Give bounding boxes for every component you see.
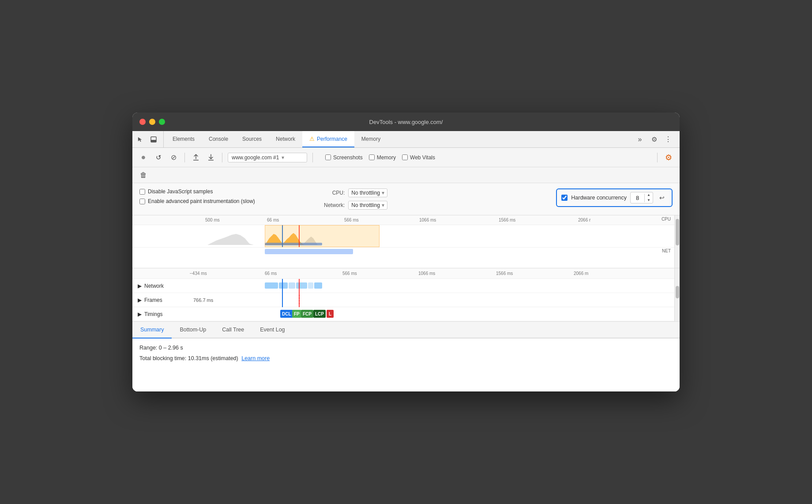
timing-fp: FP [292, 310, 301, 318]
network-row-label[interactable]: ▶ Network [132, 283, 190, 289]
ruler-66ms: 66 ms [265, 271, 277, 276]
disable-js-samples-row: Disable JavaScript samples [139, 188, 315, 195]
toolbar-divider-1 [184, 153, 185, 162]
ruler-neg434: −434 ms [190, 271, 207, 276]
stop-button[interactable]: ⊘ [168, 152, 179, 163]
hardware-concurrency-reset[interactable]: ↩ [657, 192, 667, 203]
settings-button[interactable]: ⚙ [648, 133, 660, 146]
frames-row-content: 766.7 ms [190, 293, 680, 307]
timing-fcp: FCP [301, 310, 313, 318]
svg-rect-13 [314, 282, 322, 289]
tab-memory[interactable]: Memory [354, 131, 387, 147]
checkbox-group: Screenshots Memory Web Vitals [325, 154, 435, 161]
ruler-1066ms-top: 1066 ms [419, 218, 436, 222]
network-row: ▶ Network [132, 279, 680, 293]
tab-elements[interactable]: Elements [165, 131, 202, 147]
tab-performance[interactable]: ⚠ Performance [302, 131, 354, 147]
ruler-566ms-top: 566 ms [344, 218, 359, 222]
web-vitals-checkbox-label[interactable]: Web Vitals [402, 154, 435, 161]
cpu-chart-svg [132, 225, 680, 247]
hardware-concurrency-checkbox[interactable] [561, 195, 568, 201]
increment-arrow[interactable]: ▲ [645, 192, 653, 198]
net-chart-svg [132, 248, 680, 256]
screenshots-checkbox[interactable] [325, 154, 331, 160]
spinner-arrows: ▲ ▼ [645, 192, 653, 203]
tab-network[interactable]: Network [269, 131, 302, 147]
kebab-menu-button[interactable]: ⋮ [662, 133, 674, 146]
svg-rect-11 [296, 282, 307, 289]
enable-paint-checkbox[interactable] [139, 199, 145, 204]
cpu-throttle-select[interactable]: No throttling ▾ [348, 188, 387, 197]
enable-paint-row: Enable advanced paint instrumentation (s… [139, 198, 315, 205]
svg-rect-9 [279, 282, 288, 289]
timing-dcl: DCL [280, 310, 293, 318]
frames-svg [190, 293, 680, 307]
content-area: Range: 0 – 2.96 s Total blocking time: 1… [132, 339, 680, 391]
frames-row-label[interactable]: ▶ Frames [132, 297, 190, 303]
web-vitals-checkbox[interactable] [402, 154, 408, 160]
network-throttle-select[interactable]: No throttling ▾ [348, 201, 387, 210]
memory-checkbox[interactable] [369, 154, 375, 160]
network-throttle-row: Network: No throttling ▾ [318, 201, 493, 210]
main-toolbar: ● ↺ ⊘ www.google.com #1 ▾ [132, 148, 680, 167]
minimize-button[interactable] [149, 119, 155, 125]
ruler-2066ms: 2066 m [574, 271, 588, 276]
svg-rect-10 [289, 282, 295, 289]
timeline-scrollbar[interactable] [674, 215, 680, 268]
decrement-arrow[interactable]: ▼ [645, 198, 653, 203]
cpu-label: CPU [662, 217, 671, 222]
ruler-1066ms: 1066 ms [418, 271, 435, 276]
timing-lcp: LCP [313, 310, 326, 318]
net-label: NET [662, 248, 671, 253]
tab-bar: Elements Console Sources Network ⚠ Perfo… [132, 131, 680, 148]
tab-console[interactable]: Console [202, 131, 235, 147]
tab-bar-right: » ⚙ ⋮ [634, 131, 678, 147]
ruler-566ms: 566 ms [342, 271, 357, 276]
timings-row: ▶ Timings DCL FP FCP LCP L [132, 307, 680, 321]
settings-gear-button[interactable]: ⚙ [663, 152, 674, 163]
devtools-body: Elements Console Sources Network ⚠ Perfo… [132, 131, 680, 391]
timeline-section-scrollbar[interactable] [674, 268, 680, 321]
reload-record-button[interactable]: ↺ [153, 152, 164, 163]
maximize-button[interactable] [159, 119, 165, 125]
svg-rect-3 [208, 160, 214, 161]
cpu-chart-area [132, 225, 680, 247]
settings-panel: Disable JavaScript samples Enable advanc… [132, 183, 680, 215]
frames-row: ▶ Frames 766.7 ms [132, 293, 680, 307]
download-button[interactable] [205, 152, 217, 163]
settings-col-3: Hardware concurrency 8 ▲ ▼ ↩ [497, 188, 673, 207]
record-button[interactable]: ● [138, 152, 149, 163]
learn-more-link[interactable]: Learn more [241, 355, 270, 361]
tab-sources[interactable]: Sources [235, 131, 269, 147]
more-tabs-button[interactable]: » [634, 133, 646, 146]
toolbar-divider-4 [657, 153, 658, 162]
tab-call-tree[interactable]: Call Tree [214, 322, 252, 339]
svg-rect-4 [265, 243, 322, 245]
timings-row-label[interactable]: ▶ Timings [132, 311, 190, 317]
settings-col-1: Disable JavaScript samples Enable advanc… [139, 188, 315, 205]
settings-col-2: CPU: No throttling ▾ Network: No throttl… [318, 188, 493, 210]
net-chart-area: NET [132, 247, 680, 256]
timeline-ruler-2: −434 ms 66 ms 566 ms 1066 ms 1566 ms 206… [132, 268, 680, 279]
timings-row-content: DCL FP FCP LCP L [190, 307, 680, 321]
upload-button[interactable] [190, 152, 202, 163]
cursor-tool-button[interactable] [134, 133, 147, 146]
clear-button[interactable]: 🗑 [138, 169, 149, 181]
tab-bar-left-icons [134, 131, 164, 147]
svg-rect-1 [151, 140, 156, 142]
bottom-tabs: Summary Bottom-Up Call Tree Event Log [132, 322, 680, 339]
close-button[interactable] [139, 119, 146, 125]
svg-rect-7 [265, 249, 353, 254]
screenshots-checkbox-label[interactable]: Screenshots [325, 154, 363, 161]
svg-rect-2 [193, 160, 199, 161]
url-selector[interactable]: www.google.com #1 ▾ [228, 153, 307, 162]
timing-l: L [327, 310, 334, 318]
tab-summary[interactable]: Summary [132, 322, 172, 339]
tab-bottom-up[interactable]: Bottom-Up [172, 322, 214, 339]
toolbar-divider-2 [222, 153, 222, 162]
tab-event-log[interactable]: Event Log [252, 322, 293, 339]
memory-checkbox-label[interactable]: Memory [369, 154, 396, 161]
dock-button[interactable] [147, 133, 160, 146]
devtools-window: DevTools - www.google.com/ [132, 113, 680, 391]
disable-js-samples-checkbox[interactable] [139, 189, 145, 195]
